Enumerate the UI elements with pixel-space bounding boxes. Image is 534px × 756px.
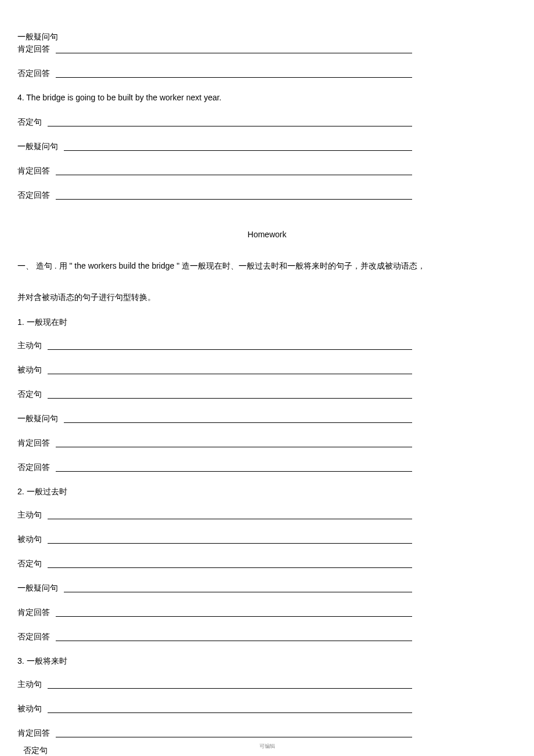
text-label: 否定句 <box>17 389 42 400</box>
general-question-label: 一般疑问句 <box>17 32 412 42</box>
negative-answer-row: 否定回答 <box>17 462 412 473</box>
text-label: 否定回答 <box>17 68 50 79</box>
text-label: 被动句 <box>17 534 42 545</box>
question-4-text: 4. The bridge is going to be built by th… <box>17 93 412 102</box>
blank-line <box>64 422 412 423</box>
section-1-heading: 1. 一般现在时 <box>17 317 412 328</box>
negative-answer-row: 否定回答 <box>17 632 412 642</box>
general-question-row: 一般疑问句 <box>17 142 412 152</box>
blank-line <box>56 616 412 617</box>
blank-line <box>48 567 412 568</box>
blank-line <box>48 543 412 544</box>
text-label: 一般疑问句 <box>17 142 58 152</box>
general-question-row: 一般疑问句 <box>17 414 412 424</box>
blank-line <box>56 471 412 472</box>
negative-sentence-row: 否定句 <box>17 559 412 569</box>
instruction-paragraph: 一、 造句 . 用 " the workers build the bridge… <box>17 256 517 276</box>
passive-sentence-row: 被动句 <box>17 534 412 545</box>
text-label: 否定回答 <box>17 462 50 473</box>
blank-line <box>56 77 412 78</box>
affirmative-answer-row: 肯定回答 <box>17 166 412 176</box>
text-label: 主动句 <box>17 679 42 690</box>
section-3-heading: 3. 一般将来时 <box>17 656 412 667</box>
blank-line <box>64 150 412 151</box>
instruction-line-2: 并对含被动语态的句子进行句型转换。 <box>17 288 517 308</box>
blank-line <box>48 349 412 350</box>
text-label: 肯定回答 <box>17 166 50 176</box>
active-sentence-row: 主动句 <box>17 341 412 351</box>
blank-line <box>56 447 412 447</box>
affirmative-answer-row: 肯定回答 <box>17 438 412 448</box>
text-label: 一般疑问句 <box>17 414 58 424</box>
blank-line <box>56 175 412 175</box>
blank-line <box>48 519 412 519</box>
blank-line <box>64 592 412 592</box>
passive-sentence-row: 被动句 <box>17 365 412 375</box>
text-label: 肯定回答 <box>17 728 50 739</box>
text-label: 一般疑问句 <box>17 32 58 42</box>
text-label: 被动句 <box>17 365 42 375</box>
text-label: 一般疑问句 <box>17 583 58 594</box>
text-label: 主动句 <box>17 341 42 351</box>
footer-text: 可编辑 <box>0 743 534 750</box>
blank-line <box>48 398 412 399</box>
instruction-line-1: 一、 造句 . 用 " the workers build the bridge… <box>17 261 425 270</box>
general-question-row: 一般疑问句 <box>17 583 412 594</box>
blank-line <box>48 126 412 126</box>
negative-sentence-row: 否定句 <box>17 117 412 128</box>
homework-title: Homework <box>17 230 517 239</box>
blank-line <box>48 712 412 713</box>
active-sentence-row: 主动句 <box>17 510 412 520</box>
blank-line <box>56 737 412 737</box>
text-label: 否定回答 <box>17 632 50 642</box>
text-label: 否定句 <box>17 559 42 569</box>
text-label: 否定句 <box>17 117 42 128</box>
affirmative-answer-row: 肯定回答 <box>17 728 412 739</box>
text-label: 肯定回答 <box>17 438 50 448</box>
negative-sentence-row: 否定句 <box>17 389 412 400</box>
blank-line <box>56 199 412 200</box>
blank-line <box>56 53 412 53</box>
text-label: 主动句 <box>17 510 42 520</box>
blank-line <box>48 688 412 689</box>
passive-sentence-row: 被动句 <box>17 704 412 714</box>
affirmative-answer-row: 肯定回答 <box>17 44 412 55</box>
blank-line <box>56 641 412 641</box>
text-label: 被动句 <box>17 704 42 714</box>
negative-answer-row: 否定回答 <box>17 190 412 201</box>
blank-line <box>48 374 412 374</box>
text-label: 肯定回答 <box>17 607 50 618</box>
affirmative-answer-row: 肯定回答 <box>17 607 412 618</box>
text-label: 否定回答 <box>17 190 50 201</box>
active-sentence-row: 主动句 <box>17 679 412 690</box>
text-label: 肯定回答 <box>17 44 50 55</box>
section-2-heading: 2. 一般过去时 <box>17 487 412 497</box>
negative-answer-row: 否定回答 <box>17 68 412 79</box>
